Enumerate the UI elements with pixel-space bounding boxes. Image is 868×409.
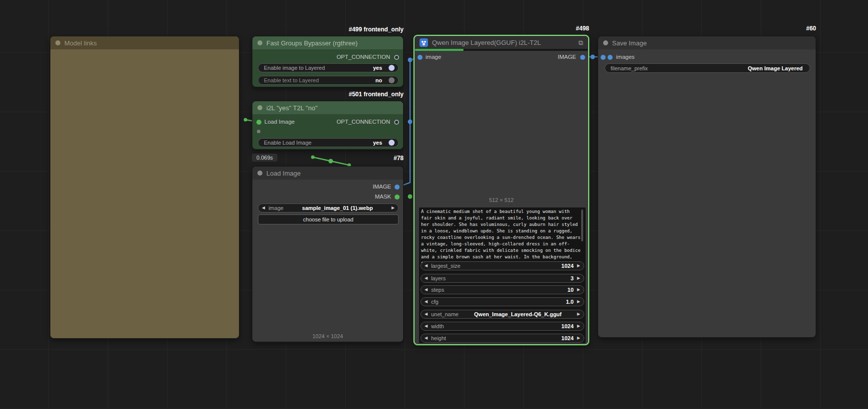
widget-label: cfg (431, 299, 438, 305)
increment-icon[interactable]: ▶ (577, 300, 580, 304)
widget-value: Qwen_Image_Layered-Q6_K.gguf (460, 311, 575, 317)
decrement-icon[interactable]: ◀ (425, 324, 428, 328)
toggle-off-icon[interactable] (389, 77, 395, 83)
prev-option-icon[interactable]: ◀ (425, 312, 428, 316)
node-id-badge: #60 (598, 25, 816, 32)
node-title: i2L "yes" T2L "no" (266, 104, 318, 112)
collapse-dot-icon[interactable] (257, 40, 262, 45)
prompt-scrollbar[interactable] (581, 209, 583, 241)
opt-connection-output-port[interactable] (394, 55, 399, 60)
widget-width[interactable]: ◀ width 1024 ▶ (421, 322, 584, 331)
node-title-bar[interactable]: Load Image (252, 167, 403, 180)
widget-label: width (431, 323, 444, 329)
image-output-label: IMAGE (558, 54, 576, 60)
filename-prefix-widget[interactable]: filename_prefix Qwen Image Layered (605, 63, 810, 73)
load-image-input-port[interactable] (256, 120, 261, 125)
toggle-label: Enable text to Layered (264, 77, 319, 83)
widget-value: 1024 (561, 263, 573, 269)
node-i2l-t2l-group[interactable]: i2L "yes" T2L "no" Load Image OPT_CONNEC… (252, 101, 404, 150)
toggle-on-icon[interactable] (389, 140, 395, 146)
progress-bar-fill (415, 49, 463, 51)
row-label: Load Image (264, 119, 295, 125)
node-title-bar[interactable]: Fast Groups Bypasser (rgthree) (252, 36, 403, 49)
opt-connection-output-port[interactable] (394, 120, 399, 125)
toggle-value: no (376, 77, 382, 83)
node-title: Model links (64, 39, 97, 47)
image-output-port[interactable] (580, 55, 585, 60)
widget-value: sample_image_01 (1).webp (285, 205, 390, 211)
increment-icon[interactable]: ▶ (577, 264, 580, 268)
images-input-port[interactable] (608, 55, 613, 60)
increment-icon[interactable]: ▶ (577, 276, 580, 280)
secondary-input-port[interactable] (257, 130, 260, 133)
decrement-icon[interactable]: ◀ (425, 336, 428, 340)
widget-value: 1024 (561, 335, 573, 341)
next-image-icon[interactable]: ▶ (392, 206, 395, 210)
toggle-enable-text-to-layered[interactable]: Enable text to Layered no (258, 76, 399, 85)
widget-label: steps (431, 287, 444, 293)
widget-unet-name[interactable]: ◀ unet_name Qwen_Image_Layered-Q6_K.gguf… (421, 310, 584, 319)
opt-connection-label: OPT_CONNECTION (337, 54, 390, 60)
widget-steps[interactable]: ◀ steps 10 ▶ (421, 285, 584, 294)
node-title-bar[interactable]: Save Image (598, 36, 816, 49)
increment-icon[interactable]: ▶ (577, 336, 580, 340)
node-graph-canvas[interactable]: #499 frontend_only #501 frontend_only #7… (0, 0, 868, 409)
prev-image-icon[interactable]: ◀ (262, 206, 265, 210)
toggle-enable-load-image[interactable]: Enable Load Image yes (258, 138, 399, 147)
image-input-label: image (426, 54, 441, 60)
increment-icon[interactable]: ▶ (577, 324, 580, 328)
toggle-enable-image-to-layered[interactable]: Enable image to Layered yes (258, 63, 399, 72)
image-combo-widget[interactable]: ◀ image sample_image_01 (1).webp ▶ (258, 204, 399, 212)
execution-time-badge: 0.069s (252, 154, 277, 162)
node-qwen-image-layered[interactable]: Qwen Image Layered(GGUF) i2L-T2L ⧉ image… (414, 35, 589, 345)
image-dimensions-label: 1024 × 1024 (252, 333, 403, 339)
frame-badge: #499 frontend_only (252, 26, 404, 33)
decrement-icon[interactable]: ◀ (425, 276, 428, 280)
widget-label: largest_size (431, 263, 460, 269)
decrement-icon[interactable]: ◀ (425, 300, 428, 304)
collapse-dot-icon[interactable] (257, 171, 262, 176)
widget-largest-size[interactable]: ◀ largest_size 1024 ▶ (421, 261, 584, 270)
link-endpoint-dot (601, 55, 606, 60)
decrement-icon[interactable]: ◀ (425, 264, 428, 268)
node-model-links[interactable]: Model links (50, 36, 239, 339)
widget-label: filename_prefix (611, 65, 648, 71)
progress-bar (415, 49, 588, 51)
widget-value: Qwen Image Layered (748, 65, 803, 71)
toggle-label: Enable Load Image (264, 140, 311, 146)
node-load-image[interactable]: Load Image IMAGE MASK ◀ image sample_ima… (252, 166, 404, 342)
widget-label: unet_name (431, 311, 458, 317)
mask-output-port[interactable] (395, 195, 400, 200)
node-title-bar[interactable]: Qwen Image Layered(GGUF) i2L-T2L ⧉ (415, 36, 588, 49)
toggle-value: yes (373, 140, 382, 146)
node-title: Save Image (612, 39, 647, 47)
images-input-label: images (616, 54, 635, 60)
node-title-bar[interactable]: i2L "yes" T2L "no" (252, 101, 403, 114)
decrement-icon[interactable]: ◀ (425, 288, 428, 292)
next-option-icon[interactable]: ▶ (577, 312, 580, 316)
increment-icon[interactable]: ▶ (577, 288, 580, 292)
collapse-dot-icon[interactable] (55, 40, 60, 45)
preview-dimensions-label: 512 × 512 (415, 197, 588, 203)
widget-label: height (431, 335, 446, 341)
node-title-bar[interactable]: Model links (50, 36, 239, 49)
node-title: Qwen Image Layered(GGUF) i2L-T2L (432, 39, 541, 46)
toggle-on-icon[interactable] (389, 65, 395, 71)
choose-file-button[interactable]: choose file to upload (258, 214, 399, 224)
widget-height[interactable]: ◀ height 1024 ▶ (421, 334, 584, 343)
widget-layers[interactable]: ◀ layers 3 ▶ (421, 274, 584, 283)
toggle-label: Enable image to Layered (264, 65, 325, 71)
frame-badge: #501 frontend_only (252, 91, 404, 98)
node-fast-groups-bypasser[interactable]: Fast Groups Bypasser (rgthree) OPT_CONNE… (252, 36, 404, 87)
widget-cfg[interactable]: ◀ cfg 1.0 ▶ (421, 297, 584, 306)
node-save-image[interactable]: Save Image images filename_prefix Qwen I… (598, 36, 816, 338)
collapse-dot-icon[interactable] (257, 105, 262, 110)
opt-connection-label: OPT_CONNECTION (337, 119, 390, 125)
widget-value: 10 (568, 287, 574, 293)
collapse-dot-icon[interactable] (603, 40, 608, 45)
popout-icon[interactable]: ⧉ (579, 39, 583, 46)
image-input-port[interactable] (418, 55, 423, 60)
widget-value: 1024 (561, 323, 573, 329)
image-output-port[interactable] (395, 185, 400, 190)
node-title: Fast Groups Bypasser (rgthree) (266, 39, 358, 47)
